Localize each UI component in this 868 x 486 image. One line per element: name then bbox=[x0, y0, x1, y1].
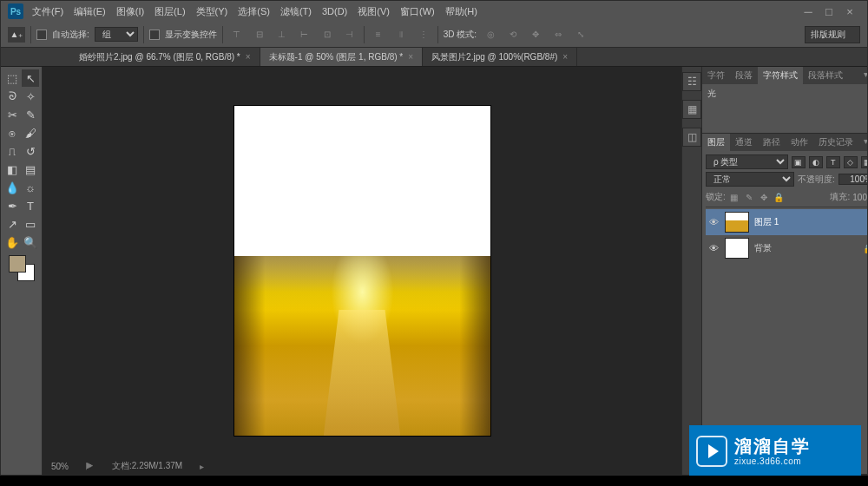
marquee-tool[interactable]: ⬚ bbox=[3, 69, 21, 87]
doc-tab-3[interactable]: 风景图片2.jpg @ 100%(RGB/8#)× bbox=[423, 48, 577, 66]
menu-type[interactable]: 类型(Y) bbox=[196, 5, 228, 18]
panel-menu-icon[interactable]: ▾≡ bbox=[858, 134, 867, 151]
arrows-icon[interactable]: ⯈ bbox=[86, 462, 95, 471]
swatches-dock-icon[interactable]: ▦ bbox=[682, 100, 701, 119]
layer-filter-kind[interactable]: ρ 类型 bbox=[706, 154, 788, 169]
healing-tool[interactable]: ⍟ bbox=[3, 124, 21, 141]
gradient-tool[interactable]: ▤ bbox=[22, 161, 39, 178]
minimize-button[interactable]: ─ bbox=[798, 5, 819, 18]
distribute-icon-2[interactable]: ⫴ bbox=[392, 27, 410, 43]
document-canvas[interactable] bbox=[234, 106, 490, 436]
menu-help[interactable]: 帮助(H) bbox=[445, 5, 477, 18]
layer-name[interactable]: 图层 1 bbox=[754, 216, 867, 228]
auto-select-dropdown[interactable]: 组 bbox=[95, 27, 138, 42]
brush-tool[interactable]: 🖌 bbox=[22, 124, 39, 141]
3d-roll-icon[interactable]: ⟲ bbox=[504, 27, 522, 43]
lock-all-icon[interactable]: 🔒 bbox=[773, 191, 785, 203]
close-button[interactable]: × bbox=[839, 5, 860, 18]
history-dock-icon[interactable]: ☷ bbox=[682, 72, 701, 91]
maximize-button[interactable]: □ bbox=[819, 5, 839, 18]
layer-name[interactable]: 背景 bbox=[754, 242, 858, 254]
tab-paragraph[interactable]: 段落 bbox=[730, 67, 758, 84]
panel-menu-icon[interactable]: ▾≡ bbox=[858, 67, 867, 84]
history-brush-tool[interactable]: ↺ bbox=[22, 142, 39, 160]
menu-file[interactable]: 文件(F) bbox=[32, 5, 63, 18]
lock-position-icon[interactable]: ✥ bbox=[758, 191, 770, 203]
path-tool[interactable]: ↗ bbox=[3, 215, 21, 233]
move-tool-icon[interactable]: ▲₊ bbox=[8, 27, 25, 43]
crop-tool[interactable]: ✂ bbox=[3, 106, 21, 123]
3d-orbit-icon[interactable]: ◎ bbox=[482, 27, 499, 43]
lock-paint-icon[interactable]: ✎ bbox=[743, 191, 755, 203]
align-top-icon[interactable]: ⊤ bbox=[228, 27, 246, 43]
layer-item-1[interactable]: 👁 图层 1 bbox=[706, 209, 867, 235]
lock-transparent-icon[interactable]: ▦ bbox=[728, 191, 740, 203]
properties-dock-icon[interactable]: ◫ bbox=[682, 128, 701, 147]
visibility-icon[interactable]: 👁 bbox=[707, 217, 720, 227]
zoom-level[interactable]: 50% bbox=[51, 462, 69, 471]
tab-character[interactable]: 字符 bbox=[702, 67, 730, 84]
align-bottom-icon[interactable]: ⊥ bbox=[273, 27, 291, 43]
fill-value[interactable]: 100% bbox=[852, 193, 867, 202]
menu-edit[interactable]: 编辑(E) bbox=[74, 5, 106, 18]
distribute-icon[interactable]: ≡ bbox=[370, 27, 387, 43]
3d-pan-icon[interactable]: ✥ bbox=[527, 27, 544, 43]
tab-paths[interactable]: 路径 bbox=[758, 134, 786, 151]
tab-para-style[interactable]: 段落样式 bbox=[803, 67, 848, 84]
filter-shape-icon[interactable]: ◇ bbox=[844, 156, 858, 168]
show-transform-checkbox[interactable] bbox=[149, 30, 160, 40]
shape-tool[interactable]: ▭ bbox=[22, 215, 39, 233]
chevron-right-icon[interactable]: ▸ bbox=[200, 462, 204, 471]
filter-smart-icon[interactable]: ▦ bbox=[861, 156, 867, 168]
menu-filter[interactable]: 滤镜(T) bbox=[280, 5, 312, 18]
menu-window[interactable]: 窗口(W) bbox=[400, 5, 435, 18]
filter-adjust-icon[interactable]: ◐ bbox=[809, 156, 823, 168]
tab-char-style[interactable]: 字符样式 bbox=[758, 67, 803, 84]
blur-tool[interactable]: 💧 bbox=[3, 179, 21, 196]
pen-tool[interactable]: ✒ bbox=[3, 197, 21, 214]
hand-tool[interactable]: ✋ bbox=[3, 233, 21, 251]
eyedropper-tool[interactable]: ✎ bbox=[22, 106, 39, 123]
color-swatch[interactable] bbox=[3, 253, 39, 283]
close-icon[interactable]: × bbox=[246, 52, 251, 62]
tab-layers[interactable]: 图层 bbox=[702, 134, 730, 151]
layer-thumbnail[interactable] bbox=[725, 238, 749, 259]
align-left-icon[interactable]: ⊢ bbox=[296, 27, 313, 43]
filter-type-icon[interactable]: T bbox=[826, 156, 840, 168]
arrange-rules-button[interactable]: 排版规则 bbox=[805, 26, 860, 43]
magic-wand-tool[interactable]: ✧ bbox=[22, 88, 39, 105]
char-style-item[interactable]: 光 bbox=[707, 89, 716, 98]
3d-zoom-icon[interactable]: ⤡ bbox=[572, 27, 589, 43]
menu-3d[interactable]: 3D(D) bbox=[322, 6, 347, 16]
close-icon[interactable]: × bbox=[408, 52, 413, 62]
doc-tab-2[interactable]: 未标题-1 @ 50% (图层 1, RGB/8) *× bbox=[260, 48, 423, 66]
align-vcenter-icon[interactable]: ⊟ bbox=[251, 27, 268, 43]
foreground-color[interactable] bbox=[9, 255, 26, 273]
tab-actions[interactable]: 动作 bbox=[786, 134, 813, 151]
type-tool[interactable]: T bbox=[22, 197, 39, 214]
lasso-tool[interactable]: ᘐ bbox=[3, 88, 21, 105]
visibility-icon[interactable]: 👁 bbox=[707, 243, 720, 253]
layer-item-bg[interactable]: 👁 背景 🔒 bbox=[706, 235, 867, 261]
stamp-tool[interactable]: ⎍ bbox=[3, 142, 21, 160]
tab-history[interactable]: 历史记录 bbox=[813, 134, 858, 151]
move-tool[interactable]: ↖ bbox=[22, 69, 39, 87]
distribute-icon-3[interactable]: ⋮ bbox=[415, 27, 432, 43]
canvas-area[interactable]: 50% ⯈ 文档:2.29M/1.37M ▸ bbox=[43, 67, 681, 475]
dodge-tool[interactable]: ☼ bbox=[22, 179, 39, 196]
tab-channels[interactable]: 通道 bbox=[730, 134, 758, 151]
blend-mode-dropdown[interactable]: 正常 bbox=[706, 172, 794, 187]
menu-image[interactable]: 图像(I) bbox=[116, 5, 144, 18]
eraser-tool[interactable]: ◧ bbox=[3, 161, 21, 178]
3d-slide-icon[interactable]: ⇔ bbox=[549, 27, 567, 43]
close-icon[interactable]: × bbox=[562, 52, 568, 62]
doc-tab-1[interactable]: 婚纱照片2.jpg @ 66.7% (图层 0, RGB/8) *× bbox=[70, 48, 260, 66]
auto-select-checkbox[interactable] bbox=[36, 30, 47, 40]
opacity-value[interactable]: 100% bbox=[838, 174, 867, 185]
filter-pixel-icon[interactable]: ▣ bbox=[792, 156, 806, 168]
layer-thumbnail[interactable] bbox=[725, 212, 749, 233]
menu-view[interactable]: 视图(V) bbox=[358, 5, 390, 18]
zoom-tool[interactable]: 🔍 bbox=[22, 233, 39, 251]
align-hcenter-icon[interactable]: ⊡ bbox=[319, 27, 336, 43]
menu-layer[interactable]: 图层(L) bbox=[155, 5, 185, 18]
